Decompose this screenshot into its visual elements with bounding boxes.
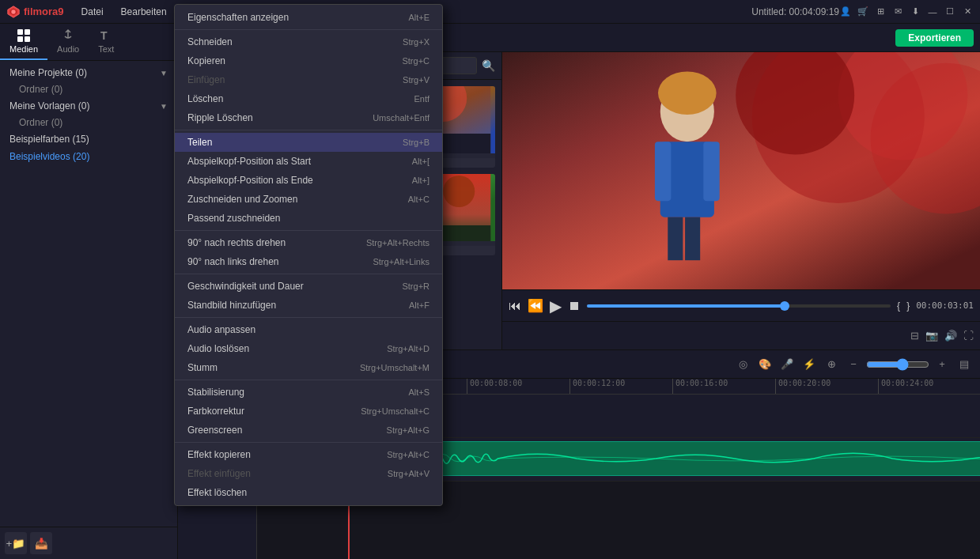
ctx-item-25[interactable]: FarbkorrekturStrg+Umschalt+C bbox=[175, 402, 442, 421]
ctx-item-label-8: Teilen bbox=[187, 137, 212, 148]
ctx-item-shortcut-21: Strg+Alt+D bbox=[387, 344, 429, 353]
ctx-item-20[interactable]: Audio anpassen bbox=[175, 320, 442, 339]
ctx-item-shortcut-18: Alt+F bbox=[409, 300, 429, 310]
ctx-item-11[interactable]: Zuschneiden und ZoomenAlt+C bbox=[175, 190, 442, 209]
ctx-item-label-28: Effekt kopieren bbox=[187, 449, 251, 460]
ctx-separator-16 bbox=[175, 274, 442, 274]
ctx-item-label-0: Eigenschaften anzeigen bbox=[187, 12, 289, 23]
ctx-item-label-2: Schneiden bbox=[187, 36, 233, 47]
ctx-item-shortcut-10: Alt+] bbox=[412, 176, 429, 185]
menu-overlay[interactable] bbox=[0, 0, 980, 559]
ctx-item-30[interactable]: Effekt löschen bbox=[175, 483, 442, 502]
ctx-separator-23 bbox=[175, 380, 442, 380]
ctx-item-label-6: Ripple Löschen bbox=[187, 112, 253, 123]
ctx-item-label-22: Stumm bbox=[187, 362, 218, 373]
ctx-item-8[interactable]: TeilenStrg+B bbox=[175, 133, 442, 152]
ctx-item-6[interactable]: Ripple LöschenUmschalt+Entf bbox=[175, 108, 442, 127]
ctx-item-3[interactable]: KopierenStrg+C bbox=[175, 51, 442, 70]
ctx-item-shortcut-4: Strg+V bbox=[403, 75, 429, 85]
ctx-item-12[interactable]: Passend zuschneiden bbox=[175, 209, 442, 228]
ctx-item-shortcut-28: Strg+Alt+C bbox=[387, 450, 429, 459]
ctx-item-4: EinfügenStrg+V bbox=[175, 70, 442, 89]
ctx-item-18[interactable]: Standbild hinzufügenAlt+F bbox=[175, 296, 442, 315]
ctx-item-2[interactable]: SchneidenStrg+X bbox=[175, 32, 442, 51]
ctx-item-label-30: Effekt löschen bbox=[187, 487, 247, 498]
ctx-item-0[interactable]: Eigenschaften anzeigenAlt+E bbox=[175, 8, 442, 27]
ctx-item-10[interactable]: Abspielkopf-Position als EndeAlt+] bbox=[175, 171, 442, 190]
ctx-item-label-12: Passend zuschneiden bbox=[187, 213, 280, 224]
ctx-item-15[interactable]: 90° nach links drehenStrg+Alt+Links bbox=[175, 252, 442, 271]
ctx-item-shortcut-6: Umschalt+Entf bbox=[373, 113, 429, 123]
context-menu: Eigenschaften anzeigenAlt+ESchneidenStrg… bbox=[174, 4, 443, 506]
ctx-item-shortcut-0: Alt+E bbox=[408, 13, 429, 22]
ctx-item-shortcut-24: Alt+S bbox=[408, 387, 429, 397]
ctx-item-shortcut-22: Strg+Umschalt+M bbox=[360, 363, 429, 372]
ctx-item-22[interactable]: StummStrg+Umschalt+M bbox=[175, 358, 442, 377]
ctx-separator-19 bbox=[175, 317, 442, 318]
ctx-item-shortcut-5: Entf bbox=[414, 94, 429, 104]
ctx-item-label-20: Audio anpassen bbox=[187, 324, 255, 335]
ctx-item-shortcut-14: Strg+Alt+Rechts bbox=[366, 238, 429, 247]
ctx-item-shortcut-9: Alt+[ bbox=[412, 157, 429, 166]
ctx-item-26[interactable]: GreenscreenStrg+Alt+G bbox=[175, 421, 442, 440]
ctx-item-shortcut-11: Alt+C bbox=[408, 195, 429, 204]
ctx-item-label-24: Stabilisierung bbox=[187, 387, 244, 398]
ctx-item-5[interactable]: LöschenEntf bbox=[175, 89, 442, 108]
ctx-item-28[interactable]: Effekt kopierenStrg+Alt+C bbox=[175, 445, 442, 464]
ctx-item-label-11: Zuschneiden und Zoomen bbox=[187, 194, 297, 205]
ctx-item-shortcut-15: Strg+Alt+Links bbox=[373, 257, 429, 266]
ctx-item-shortcut-25: Strg+Umschalt+C bbox=[361, 406, 429, 416]
ctx-item-29: Effekt einfügenStrg+Alt+V bbox=[175, 464, 442, 483]
ctx-item-label-9: Abspielkopf-Position als Start bbox=[187, 156, 311, 167]
ctx-item-21[interactable]: Audio loslösenStrg+Alt+D bbox=[175, 339, 442, 358]
ctx-item-label-25: Farbkorrektur bbox=[187, 406, 244, 417]
ctx-item-shortcut-8: Strg+B bbox=[403, 138, 429, 147]
ctx-item-label-29: Effekt einfügen bbox=[187, 468, 251, 479]
ctx-item-shortcut-26: Strg+Alt+G bbox=[387, 425, 429, 435]
ctx-item-24[interactable]: StabilisierungAlt+S bbox=[175, 383, 442, 402]
ctx-item-shortcut-29: Strg+Alt+V bbox=[388, 469, 429, 478]
ctx-item-17[interactable]: Geschwindigkeit und DauerStrg+R bbox=[175, 277, 442, 296]
ctx-item-label-21: Audio loslösen bbox=[187, 343, 249, 354]
ctx-item-label-14: 90° nach rechts drehen bbox=[187, 237, 286, 248]
ctx-item-shortcut-2: Strg+X bbox=[403, 37, 429, 47]
ctx-separator-1 bbox=[175, 29, 442, 30]
ctx-item-label-5: Löschen bbox=[187, 93, 223, 104]
ctx-item-label-10: Abspielkopf-Position als Ende bbox=[187, 175, 313, 186]
ctx-item-label-17: Geschwindigkeit und Dauer bbox=[187, 281, 304, 292]
ctx-item-14[interactable]: 90° nach rechts drehenStrg+Alt+Rechts bbox=[175, 233, 442, 252]
ctx-item-label-3: Kopieren bbox=[187, 55, 225, 66]
ctx-separator-7 bbox=[175, 130, 442, 130]
ctx-separator-27 bbox=[175, 442, 442, 443]
ctx-item-label-26: Greenscreen bbox=[187, 425, 242, 436]
ctx-item-shortcut-17: Strg+R bbox=[402, 281, 429, 291]
ctx-item-label-4: Einfügen bbox=[187, 74, 225, 85]
ctx-item-label-18: Standbild hinzufügen bbox=[187, 300, 276, 311]
ctx-separator-13 bbox=[175, 230, 442, 231]
ctx-item-label-15: 90° nach links drehen bbox=[187, 256, 279, 267]
ctx-item-shortcut-3: Strg+C bbox=[402, 56, 429, 66]
ctx-item-9[interactable]: Abspielkopf-Position als StartAlt+[ bbox=[175, 152, 442, 171]
